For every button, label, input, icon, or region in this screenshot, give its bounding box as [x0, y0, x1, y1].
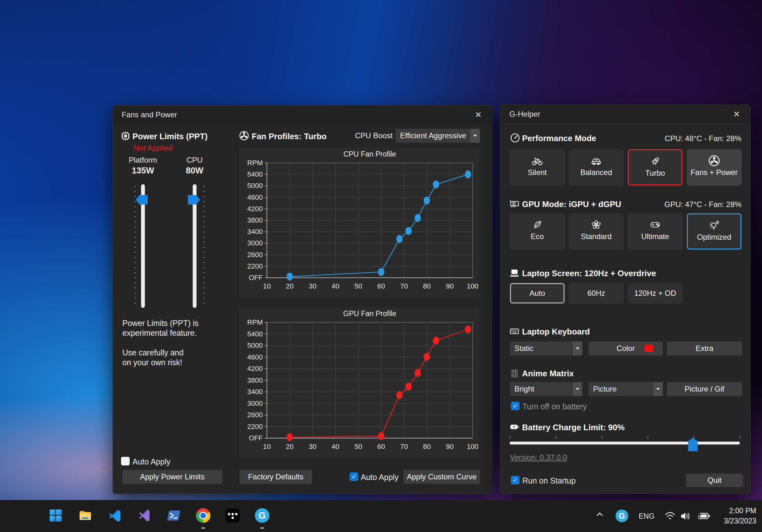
g-helper-running-indicator — [260, 527, 264, 529]
svg-text:50: 50 — [354, 443, 362, 450]
ultimate-mode-button[interactable]: Ultimate — [628, 213, 682, 250]
cpu-slider-thumb[interactable] — [188, 195, 200, 204]
screen-60hz-button[interactable]: 60Hz — [569, 283, 624, 303]
svg-text:60: 60 — [377, 443, 385, 450]
svg-text:2200: 2200 — [247, 422, 263, 430]
svg-text:CPU Fan Profile: CPU Fan Profile — [343, 150, 396, 158]
optimized-mode-button[interactable]: Optimized — [687, 213, 741, 250]
screen-120hz-od-button[interactable]: 120Hz + OD — [628, 283, 682, 303]
power-auto-apply-checkbox[interactable] — [121, 457, 130, 465]
gpu-temp-status: GPU: 47°C - Fan: 28% — [664, 200, 741, 209]
turn-off-on-battery-label: Turn off on battery — [522, 402, 587, 411]
run-on-startup-checkbox[interactable] — [511, 476, 519, 485]
platform-slider-label: Platform 135W — [122, 156, 164, 176]
chevron-down-icon[interactable] — [653, 382, 663, 396]
close-icon[interactable]: ✕ — [473, 110, 484, 120]
chevron-down-icon[interactable] — [470, 129, 480, 143]
version-link[interactable]: Version: 0.37.0.0 — [510, 453, 567, 462]
keyboard-mode-dropdown[interactable]: Static — [510, 342, 582, 355]
close-icon[interactable]: ✕ — [731, 109, 742, 119]
curve-auto-apply-checkbox[interactable] — [349, 472, 358, 481]
matrix-brightness-dropdown[interactable]: Bright — [510, 382, 582, 396]
apply-power-limits-button[interactable]: Apply Power Limits — [122, 470, 222, 484]
chevron-down-icon[interactable] — [573, 382, 582, 396]
svg-text:5000: 5000 — [247, 342, 263, 349]
gpu-fan-chart[interactable]: 102030405060708090100OFF2200260030003400… — [239, 306, 480, 459]
car-icon — [569, 155, 623, 167]
svg-text:80: 80 — [423, 282, 431, 290]
chrome-running-indicator — [201, 527, 205, 529]
platform-watts-value: 135W — [122, 166, 164, 176]
screen-auto-button[interactable]: Auto — [510, 283, 565, 303]
keyboard-extra-button[interactable]: Extra — [667, 342, 742, 355]
silent-mode-button[interactable]: Silent — [510, 149, 565, 186]
vscode-icon[interactable] — [108, 508, 122, 523]
turbo-mode-button[interactable]: Turbo — [628, 149, 682, 186]
svg-text:40: 40 — [332, 282, 339, 290]
battery-tray-icon[interactable] — [696, 511, 711, 525]
fans-window-title: Fans and Power — [122, 106, 177, 124]
cpu-fan-chart[interactable]: 102030405060708090100OFF2200260030003400… — [239, 147, 480, 298]
fans-and-power-window: Fans and Power ✕ Power Limits (PPT) Not … — [113, 105, 492, 494]
gauge-icon — [510, 133, 520, 143]
svg-text:3400: 3400 — [247, 228, 263, 236]
cpu-boost-value: Efficient Aggressive — [396, 129, 470, 143]
fan-icon — [239, 131, 249, 141]
powershell-icon[interactable] — [166, 508, 181, 523]
visual-studio-icon[interactable] — [137, 508, 152, 523]
keyboard-color-button[interactable]: Color — [589, 342, 663, 355]
svg-text:RPM: RPM — [247, 318, 263, 326]
cpu-watts-value: 80W — [174, 166, 215, 176]
tray-chevron-up-icon[interactable] — [595, 511, 609, 525]
svg-text:GPU Fan Profile: GPU Fan Profile — [343, 309, 396, 318]
g-helper-taskbar-icon[interactable]: G — [255, 508, 269, 523]
windows-start-button[interactable] — [48, 508, 63, 523]
svg-text:100: 100 — [467, 443, 479, 450]
fans-window-titlebar[interactable]: Fans and Power ✕ — [113, 106, 492, 124]
gpu-mode-header: GPU Mode: iGPU + dGPU — [522, 199, 621, 209]
tray-clock[interactable]: 2:00 PM 3/23/2023 — [724, 506, 756, 526]
factory-defaults-button[interactable]: Factory Defaults — [240, 470, 312, 484]
svg-text:80: 80 — [423, 443, 431, 450]
matrix-mode-dropdown[interactable]: Picture — [589, 382, 663, 396]
svg-text:3400: 3400 — [247, 388, 263, 396]
turn-off-on-battery-checkbox[interactable] — [511, 402, 519, 410]
quit-button[interactable]: Quit — [686, 474, 743, 487]
svg-text:3000: 3000 — [247, 400, 263, 408]
balanced-mode-button[interactable]: Balanced — [569, 149, 624, 186]
wifi-icon[interactable] — [664, 511, 678, 525]
flower-icon — [569, 219, 623, 231]
svg-text:4200: 4200 — [247, 365, 263, 372]
chrome-icon[interactable] — [196, 508, 210, 523]
eco-mode-button[interactable]: Eco — [510, 213, 565, 250]
volume-icon[interactable] — [679, 511, 694, 525]
platform-slider-thumb[interactable] — [136, 195, 148, 204]
color-swatch[interactable] — [645, 344, 653, 352]
tidal-icon[interactable] — [225, 508, 240, 523]
tray-language[interactable]: ENG — [639, 512, 654, 521]
fan-profiles-header: Fan Profiles: Turbo — [252, 131, 327, 141]
battery-slider-thumb[interactable] — [688, 438, 698, 451]
keyboard-icon — [509, 326, 519, 337]
taskbar: G G ENG — [0, 500, 762, 532]
file-explorer-icon[interactable] — [78, 508, 93, 523]
g-helper-window: G-Helper ✕ Performance Mode CPU: 48°C - … — [500, 105, 751, 494]
matrix-picture-gif-button[interactable]: Picture / Gif — [667, 382, 742, 396]
warning-text: experimental feature. — [122, 329, 197, 338]
tray-g-helper-icon[interactable]: G — [616, 509, 628, 522]
cpu-boost-dropdown[interactable]: Efficient Aggressive — [396, 129, 480, 143]
matrix-brightness-value: Bright — [510, 382, 573, 396]
svg-text:70: 70 — [400, 282, 408, 290]
chevron-down-icon[interactable] — [573, 342, 582, 355]
laptop-keyboard-header: Laptop Keyboard — [522, 327, 590, 337]
apply-custom-curve-button[interactable]: Apply Custom Curve — [404, 470, 480, 484]
gpu-card-icon — [509, 199, 519, 209]
battery-slider-track[interactable] — [510, 442, 740, 444]
fan-icon — [687, 155, 741, 167]
leaf-icon — [510, 219, 564, 231]
standard-mode-button[interactable]: Standard — [569, 213, 624, 250]
svg-text:100: 100 — [467, 282, 479, 290]
tray-date: 3/23/2023 — [724, 516, 756, 526]
ghelper-titlebar[interactable]: G-Helper ✕ — [500, 105, 750, 123]
fans-power-button[interactable]: Fans + Power — [687, 149, 741, 186]
